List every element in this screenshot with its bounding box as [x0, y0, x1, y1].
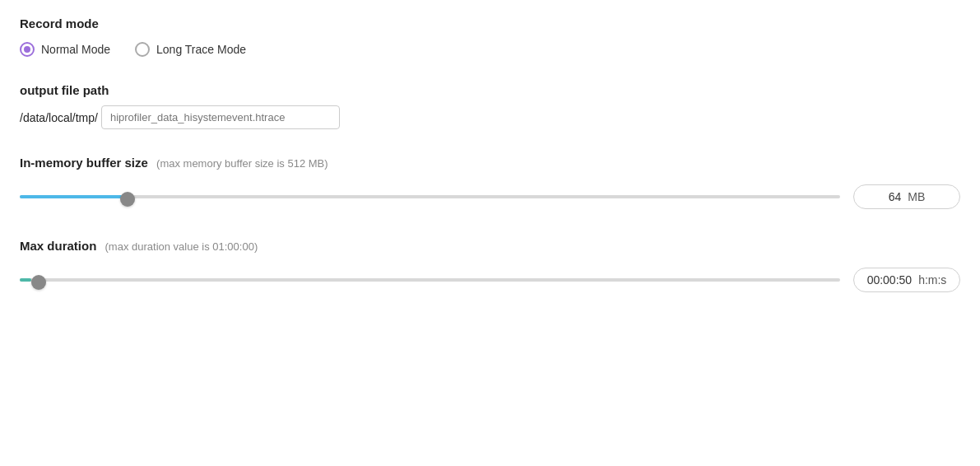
- buffer-size-unit: MB: [908, 190, 925, 203]
- buffer-size-slider-wrap: [20, 189, 840, 204]
- record-mode-radio-group: Normal Mode Long Trace Mode: [20, 42, 960, 57]
- buffer-size-slider[interactable]: [20, 198, 840, 201]
- normal-mode-label: Normal Mode: [41, 43, 110, 56]
- buffer-size-section: In-memory buffer size (max memory buffer…: [20, 156, 960, 209]
- max-duration-subtext: (max duration value is 01:00:00): [105, 240, 258, 253]
- long-trace-mode-radio[interactable]: [135, 42, 150, 57]
- max-duration-slider-wrap: [20, 273, 840, 287]
- max-duration-value: 00:00:50: [867, 273, 913, 287]
- max-duration-slider-row: 00:00:50 h:m:s: [20, 268, 960, 292]
- file-path-row: /data/local/tmp/: [20, 105, 960, 129]
- buffer-size-label: In-memory buffer size (max memory buffer…: [20, 156, 960, 170]
- buffer-size-value-box: 64 MB: [853, 184, 960, 209]
- record-mode-title: Record mode: [20, 16, 960, 30]
- max-duration-label: Max duration (max duration value is 01:0…: [20, 239, 960, 253]
- buffer-size-value: 64: [889, 190, 902, 203]
- max-duration-slider[interactable]: [20, 281, 840, 284]
- normal-mode-radio[interactable]: [20, 42, 35, 57]
- file-path-input[interactable]: [101, 105, 340, 129]
- normal-mode-option[interactable]: Normal Mode: [20, 42, 110, 57]
- max-duration-value-box: 00:00:50 h:m:s: [853, 268, 960, 292]
- output-file-section: output file path /data/local/tmp/: [20, 83, 960, 129]
- long-trace-mode-option[interactable]: Long Trace Mode: [135, 42, 246, 57]
- long-trace-mode-label: Long Trace Mode: [156, 43, 246, 56]
- buffer-size-slider-row: 64 MB: [20, 184, 960, 209]
- output-file-title: output file path: [20, 83, 960, 97]
- max-duration-section: Max duration (max duration value is 01:0…: [20, 239, 960, 292]
- file-path-prefix: /data/local/tmp/: [20, 111, 98, 124]
- max-duration-unit: h:m:s: [918, 273, 946, 287]
- record-mode-section: Record mode Normal Mode Long Trace Mode: [20, 16, 960, 57]
- buffer-size-subtext: (max memory buffer size is 512 MB): [156, 157, 328, 170]
